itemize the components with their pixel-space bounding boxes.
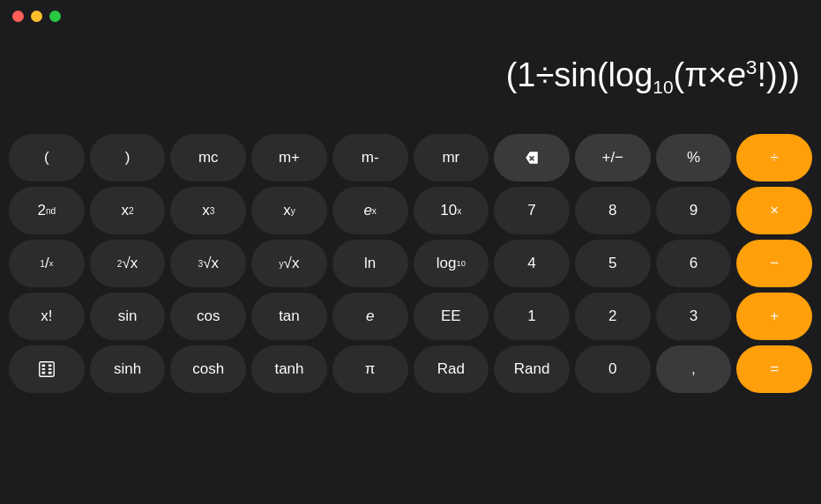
4-button[interactable]: 4: [494, 240, 570, 287]
divide-button[interactable]: ÷: [736, 134, 812, 182]
buttons-area: ()mcm+m-mr +/−%÷2ndx2x3xyex10x789×1/x2√x…: [0, 129, 821, 402]
display-area: (1÷sin(log10(π×e3!))): [0, 32, 821, 129]
button-row-3: x!sincostaneEE123+: [9, 293, 812, 340]
svg-rect-2: [49, 365, 52, 367]
close-button[interactable]: [12, 11, 24, 22]
minimize-button[interactable]: [31, 11, 42, 22]
calculator-icon-btn-button[interactable]: [9, 345, 85, 393]
x-squared-button[interactable]: x2: [90, 187, 166, 234]
display-expression: (1÷sin(log10(π×e3!))): [506, 56, 800, 98]
backspace-button[interactable]: [494, 134, 570, 182]
equals-button[interactable]: =: [736, 345, 812, 393]
multiply-button[interactable]: ×: [736, 187, 812, 234]
tan-button[interactable]: tan: [251, 293, 327, 340]
sqrt-button[interactable]: 2√x: [90, 240, 166, 287]
button-row-2: 1/x2√x3√xy√xlnlog10456−: [9, 240, 812, 287]
svg-rect-4: [49, 368, 52, 370]
8-button[interactable]: 8: [575, 187, 651, 234]
svg-rect-5: [41, 372, 45, 374]
9-button[interactable]: 9: [656, 187, 732, 234]
0-button[interactable]: 0: [575, 345, 651, 393]
add-button[interactable]: +: [736, 293, 812, 340]
decimal-button[interactable]: ,: [656, 345, 732, 393]
rand-button[interactable]: Rand: [494, 345, 570, 393]
close-paren-button[interactable]: ): [90, 134, 166, 182]
percent-button[interactable]: %: [656, 134, 732, 182]
yth-root-button[interactable]: y√x: [251, 240, 327, 287]
x-cubed-button[interactable]: x3: [170, 187, 246, 234]
button-row-4: sinhcoshtanhπRadRand0,=: [9, 345, 812, 393]
maximize-button[interactable]: [49, 11, 61, 22]
pi-button[interactable]: π: [332, 345, 408, 393]
m-plus-button[interactable]: m+: [251, 134, 327, 182]
plus-minus-button[interactable]: +/−: [575, 134, 651, 182]
button-row-1: 2ndx2x3xyex10x789×: [9, 187, 812, 234]
e-to-x-button[interactable]: ex: [332, 187, 408, 234]
m-minus-button[interactable]: m-: [332, 134, 408, 182]
2-button[interactable]: 2: [575, 293, 651, 340]
1-button[interactable]: 1: [494, 293, 570, 340]
10-to-x-button[interactable]: 10x: [414, 187, 489, 234]
5-button[interactable]: 5: [575, 240, 651, 287]
3-button[interactable]: 3: [656, 293, 732, 340]
2nd-button[interactable]: 2nd: [9, 187, 85, 234]
subtract-button[interactable]: −: [736, 240, 812, 287]
mc-button[interactable]: mc: [170, 134, 246, 182]
factorial-button[interactable]: x!: [9, 293, 85, 340]
svg-rect-0: [40, 362, 55, 377]
cbrt-button[interactable]: 3√x: [170, 240, 246, 287]
rad-button[interactable]: Rad: [414, 345, 489, 393]
6-button[interactable]: 6: [656, 240, 732, 287]
open-paren-button[interactable]: (: [9, 134, 85, 182]
reciprocal-button[interactable]: 1/x: [9, 240, 85, 287]
tanh-button[interactable]: tanh: [251, 345, 327, 393]
sinh-button[interactable]: sinh: [90, 345, 166, 393]
svg-rect-6: [49, 372, 52, 374]
log10-button[interactable]: log10: [414, 240, 489, 287]
sin-button[interactable]: sin: [90, 293, 166, 340]
mr-button[interactable]: mr: [414, 134, 489, 182]
ln-button[interactable]: ln: [332, 240, 408, 287]
e-const-button[interactable]: e: [332, 293, 408, 340]
x-to-y-button[interactable]: xy: [251, 187, 327, 234]
title-bar: [0, 0, 821, 32]
traffic-lights: [12, 11, 61, 22]
svg-rect-3: [41, 368, 45, 370]
svg-rect-1: [41, 365, 45, 367]
cosh-button[interactable]: cosh: [170, 345, 246, 393]
button-row-0: ()mcm+m-mr +/−%÷: [9, 134, 812, 182]
ee-button[interactable]: EE: [414, 293, 489, 340]
7-button[interactable]: 7: [494, 187, 570, 234]
cos-button[interactable]: cos: [170, 293, 246, 340]
